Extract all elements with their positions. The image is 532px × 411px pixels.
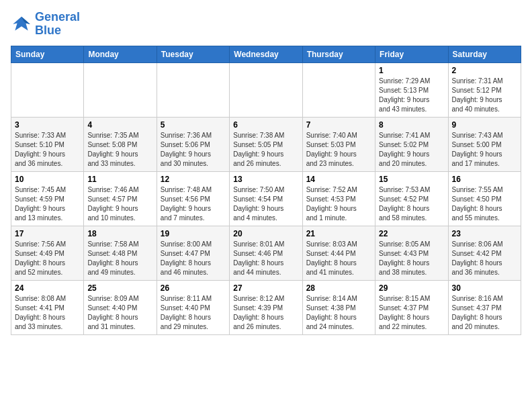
day-number: 20: [233, 229, 298, 238]
calendar-cell: [84, 62, 157, 117]
day-number: 9: [452, 120, 517, 130]
day-number: 7: [306, 120, 371, 130]
calendar-cell: 19Sunrise: 8:00 AM Sunset: 4:47 PM Dayli…: [157, 226, 229, 280]
day-info: Sunrise: 8:09 AM Sunset: 4:40 PM Dayligh…: [87, 294, 152, 332]
day-info: Sunrise: 7:55 AM Sunset: 4:50 PM Dayligh…: [452, 185, 517, 223]
day-number: 16: [452, 175, 517, 184]
day-info: Sunrise: 7:35 AM Sunset: 5:08 PM Dayligh…: [87, 131, 152, 169]
calendar-cell: 24Sunrise: 8:08 AM Sunset: 4:41 PM Dayli…: [11, 280, 84, 334]
day-info: Sunrise: 8:14 AM Sunset: 4:38 PM Dayligh…: [306, 294, 371, 332]
calendar-cell: 13Sunrise: 7:50 AM Sunset: 4:54 PM Dayli…: [230, 171, 302, 226]
day-number: 4: [87, 120, 152, 130]
calendar-cell: 1Sunrise: 7:29 AM Sunset: 5:13 PM Daylig…: [375, 62, 448, 117]
logo-icon: [11, 13, 32, 35]
day-number: 28: [306, 283, 371, 293]
day-info: Sunrise: 8:00 AM Sunset: 4:47 PM Dayligh…: [161, 240, 226, 277]
page-header: General Blue: [11, 11, 521, 38]
day-info: Sunrise: 7:50 AM Sunset: 4:54 PM Dayligh…: [233, 185, 298, 223]
day-number: 23: [452, 229, 517, 238]
calendar-cell: 22Sunrise: 8:05 AM Sunset: 4:43 PM Dayli…: [375, 226, 448, 280]
day-number: 29: [379, 283, 444, 293]
calendar-cell: 28Sunrise: 8:14 AM Sunset: 4:38 PM Dayli…: [302, 280, 375, 334]
weekday-header: Monday: [84, 46, 157, 62]
calendar-cell: 17Sunrise: 7:56 AM Sunset: 4:49 PM Dayli…: [11, 226, 84, 280]
day-number: 14: [306, 175, 371, 184]
day-number: 1: [379, 66, 444, 75]
day-info: Sunrise: 7:38 AM Sunset: 5:05 PM Dayligh…: [233, 131, 298, 169]
day-info: Sunrise: 7:36 AM Sunset: 5:06 PM Dayligh…: [161, 131, 226, 169]
day-info: Sunrise: 7:40 AM Sunset: 5:03 PM Dayligh…: [306, 131, 371, 169]
day-number: 19: [161, 229, 226, 238]
calendar-cell: 11Sunrise: 7:46 AM Sunset: 4:57 PM Dayli…: [84, 171, 157, 226]
weekday-header: Friday: [375, 46, 448, 62]
day-number: 3: [15, 120, 80, 130]
day-number: 18: [87, 229, 152, 238]
calendar-cell: 18Sunrise: 7:58 AM Sunset: 4:48 PM Dayli…: [84, 226, 157, 280]
calendar-cell: 6Sunrise: 7:38 AM Sunset: 5:05 PM Daylig…: [230, 117, 302, 171]
day-info: Sunrise: 8:01 AM Sunset: 4:46 PM Dayligh…: [233, 240, 298, 277]
calendar-cell: 26Sunrise: 8:11 AM Sunset: 4:40 PM Dayli…: [157, 280, 229, 334]
calendar-cell: 4Sunrise: 7:35 AM Sunset: 5:08 PM Daylig…: [84, 117, 157, 171]
calendar-cell: 25Sunrise: 8:09 AM Sunset: 4:40 PM Dayli…: [84, 280, 157, 334]
calendar-cell: 15Sunrise: 7:53 AM Sunset: 4:52 PM Dayli…: [375, 171, 448, 226]
calendar-cell: 29Sunrise: 8:15 AM Sunset: 4:37 PM Dayli…: [375, 280, 448, 334]
calendar-cell: 23Sunrise: 8:06 AM Sunset: 4:42 PM Dayli…: [448, 226, 521, 280]
day-info: Sunrise: 7:48 AM Sunset: 4:56 PM Dayligh…: [161, 185, 226, 223]
day-info: Sunrise: 7:31 AM Sunset: 5:12 PM Dayligh…: [452, 77, 517, 114]
weekday-header: Tuesday: [157, 46, 229, 62]
calendar-cell: 30Sunrise: 8:16 AM Sunset: 4:37 PM Dayli…: [448, 280, 521, 334]
calendar-cell: [302, 62, 375, 117]
calendar-cell: 14Sunrise: 7:52 AM Sunset: 4:53 PM Dayli…: [302, 171, 375, 226]
day-info: Sunrise: 7:46 AM Sunset: 4:57 PM Dayligh…: [87, 185, 152, 223]
calendar-cell: 5Sunrise: 7:36 AM Sunset: 5:06 PM Daylig…: [157, 117, 229, 171]
day-info: Sunrise: 8:05 AM Sunset: 4:43 PM Dayligh…: [379, 240, 444, 277]
day-number: 25: [87, 283, 152, 293]
day-info: Sunrise: 7:53 AM Sunset: 4:52 PM Dayligh…: [379, 185, 444, 223]
calendar-cell: 8Sunrise: 7:41 AM Sunset: 5:02 PM Daylig…: [375, 117, 448, 171]
day-number: 22: [379, 229, 444, 238]
day-info: Sunrise: 7:33 AM Sunset: 5:10 PM Dayligh…: [15, 131, 80, 169]
day-number: 17: [15, 229, 80, 238]
weekday-header: Wednesday: [230, 46, 302, 62]
calendar-cell: 9Sunrise: 7:43 AM Sunset: 5:00 PM Daylig…: [448, 117, 521, 171]
calendar-table: SundayMondayTuesdayWednesdayThursdayFrid…: [11, 46, 521, 335]
logo-text: General Blue: [35, 11, 80, 38]
calendar-cell: 2Sunrise: 7:31 AM Sunset: 5:12 PM Daylig…: [448, 62, 521, 117]
calendar-cell: [157, 62, 229, 117]
day-info: Sunrise: 8:15 AM Sunset: 4:37 PM Dayligh…: [379, 294, 444, 332]
svg-marker-0: [13, 17, 30, 31]
day-info: Sunrise: 8:12 AM Sunset: 4:39 PM Dayligh…: [233, 294, 298, 332]
weekday-header: Sunday: [11, 46, 84, 62]
calendar-cell: 16Sunrise: 7:55 AM Sunset: 4:50 PM Dayli…: [448, 171, 521, 226]
day-info: Sunrise: 8:16 AM Sunset: 4:37 PM Dayligh…: [452, 294, 517, 332]
calendar-cell: 27Sunrise: 8:12 AM Sunset: 4:39 PM Dayli…: [230, 280, 302, 334]
day-number: 13: [233, 175, 298, 184]
calendar-cell: 7Sunrise: 7:40 AM Sunset: 5:03 PM Daylig…: [302, 117, 375, 171]
day-info: Sunrise: 7:58 AM Sunset: 4:48 PM Dayligh…: [87, 240, 152, 277]
day-number: 21: [306, 229, 371, 238]
calendar-cell: 12Sunrise: 7:48 AM Sunset: 4:56 PM Dayli…: [157, 171, 229, 226]
logo: General Blue: [11, 11, 80, 38]
calendar-cell: 20Sunrise: 8:01 AM Sunset: 4:46 PM Dayli…: [230, 226, 302, 280]
day-number: 5: [161, 120, 226, 130]
day-info: Sunrise: 7:43 AM Sunset: 5:00 PM Dayligh…: [452, 131, 517, 169]
day-number: 26: [161, 283, 226, 293]
weekday-header: Thursday: [302, 46, 375, 62]
day-number: 2: [452, 66, 517, 75]
calendar-cell: 10Sunrise: 7:45 AM Sunset: 4:59 PM Dayli…: [11, 171, 84, 226]
day-info: Sunrise: 7:45 AM Sunset: 4:59 PM Dayligh…: [15, 185, 80, 223]
day-info: Sunrise: 7:29 AM Sunset: 5:13 PM Dayligh…: [379, 77, 444, 114]
day-info: Sunrise: 8:03 AM Sunset: 4:44 PM Dayligh…: [306, 240, 371, 277]
calendar-cell: [230, 62, 302, 117]
weekday-header: Saturday: [448, 46, 521, 62]
calendar-cell: 3Sunrise: 7:33 AM Sunset: 5:10 PM Daylig…: [11, 117, 84, 171]
day-number: 24: [15, 283, 80, 293]
day-info: Sunrise: 8:06 AM Sunset: 4:42 PM Dayligh…: [452, 240, 517, 277]
day-info: Sunrise: 8:11 AM Sunset: 4:40 PM Dayligh…: [161, 294, 226, 332]
day-number: 15: [379, 175, 444, 184]
day-info: Sunrise: 8:08 AM Sunset: 4:41 PM Dayligh…: [15, 294, 80, 332]
day-number: 11: [87, 175, 152, 184]
day-number: 10: [15, 175, 80, 184]
calendar-cell: 21Sunrise: 8:03 AM Sunset: 4:44 PM Dayli…: [302, 226, 375, 280]
day-info: Sunrise: 7:41 AM Sunset: 5:02 PM Dayligh…: [379, 131, 444, 169]
